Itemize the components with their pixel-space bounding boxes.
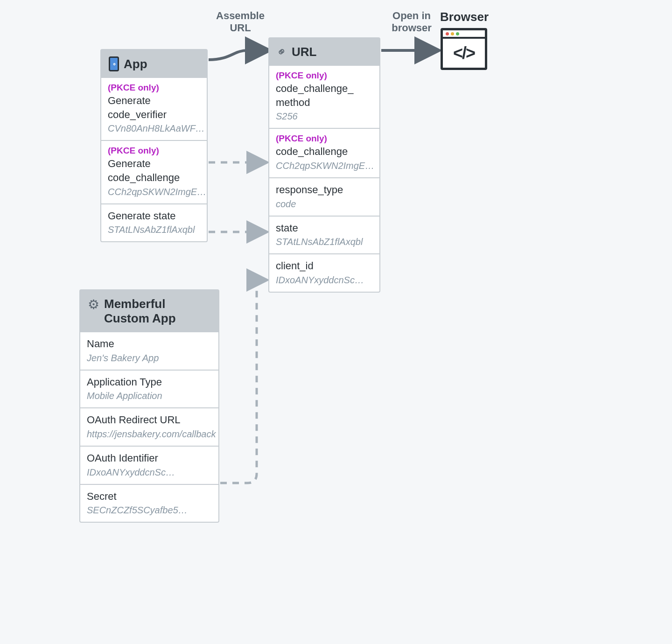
list-item: Generate stateSTAtLNsAbZ1flAxqbl (101, 203, 207, 242)
phone-icon (109, 56, 119, 71)
row-label: Secret (87, 490, 212, 504)
list-item: (PKCE only)code_challengeCCh2qpSKWN2ImgE… (269, 128, 379, 177)
row-label: OAuth Redirect URL (87, 413, 212, 427)
row-value: IDxoANYxyddcnSc… (87, 466, 212, 478)
row-value: code (276, 198, 373, 210)
list-item: NameJen's Bakery App (80, 332, 218, 370)
link-icon: ⚭ (273, 43, 291, 61)
list-item: response_typecode (269, 177, 379, 216)
pkce-tag: (PKCE only) (276, 70, 373, 81)
memberful-box: ⚙ Memberful Custom App NameJen's Bakery … (79, 289, 219, 523)
row-value: Mobile Application (87, 390, 212, 402)
memberful-title: Memberful Custom App (104, 297, 176, 326)
row-label: Generate code_challenge (108, 157, 200, 184)
row-value: SECnZCZf5SCyafbe5… (87, 504, 212, 516)
row-label: code_challenge (276, 145, 373, 159)
row-value: STAtLNsAbZ1flAxqbl (276, 236, 373, 248)
list-item: (PKCE only)code_challenge_ methodS256 (269, 66, 379, 128)
list-item: (PKCE only)Generate code_challengeCCh2qp… (101, 140, 207, 203)
row-label: code_challenge_ method (276, 82, 373, 109)
row-value: STAtLNsAbZ1flAxqbl (108, 224, 200, 236)
label-browser-title: Browser (436, 10, 492, 24)
row-value: CCh2qpSKWN2ImgE… (108, 186, 200, 198)
row-label: Generate code_verifier (108, 94, 200, 121)
row-label: OAuth Identifier (87, 451, 212, 465)
code-icon: </> (443, 39, 485, 68)
app-title: App (124, 57, 147, 71)
list-item: OAuth IdentifierIDxoANYxyddcnSc… (80, 446, 218, 484)
row-value: Jen's Bakery App (87, 352, 212, 364)
url-title: URL (292, 45, 316, 59)
row-label: Generate state (108, 209, 200, 223)
row-label: client_id (276, 259, 373, 273)
app-rows: (PKCE only)Generate code_verifierCVn80An… (101, 78, 207, 241)
list-item: Application TypeMobile Application (80, 370, 218, 408)
url-box: ⚭ URL (PKCE only)code_challenge_ methodS… (268, 37, 380, 293)
label-assemble-url: Assemble URL (212, 10, 268, 35)
label-open-in-browser: Open in browser (388, 10, 435, 35)
list-item: (PKCE only)Generate code_verifierCVn80An… (101, 78, 207, 140)
list-item: SecretSECnZCZf5SCyafbe5… (80, 484, 218, 522)
app-box: App (PKCE only)Generate code_verifierCVn… (100, 49, 208, 242)
row-label: Application Type (87, 375, 212, 389)
gear-icon: ⚙ (88, 297, 99, 312)
row-value: https://jensbakery.com/callback (87, 428, 212, 440)
row-label: response_type (276, 183, 373, 197)
row-value: CVn80AnH8LkAaWF… (108, 122, 200, 134)
row-label: Name (87, 337, 212, 351)
browser-illustration: </> (441, 28, 487, 70)
list-item: OAuth Redirect URLhttps://jensbakery.com… (80, 407, 218, 446)
list-item: client_idIDxoANYxyddcnSc… (269, 253, 379, 292)
row-value: IDxoANYxyddcnSc… (276, 274, 373, 286)
memberful-rows: NameJen's Bakery AppApplication TypeMobi… (80, 332, 218, 522)
list-item: stateSTAtLNsAbZ1flAxqbl (269, 216, 379, 254)
pkce-tag: (PKCE only) (108, 83, 200, 93)
pkce-tag: (PKCE only) (276, 133, 373, 144)
row-label: state (276, 221, 373, 235)
row-value: S256 (276, 110, 373, 122)
pkce-tag: (PKCE only) (108, 146, 200, 156)
row-value: CCh2qpSKWN2ImgE… (276, 160, 373, 172)
url-rows: (PKCE only)code_challenge_ methodS256(PK… (269, 66, 379, 292)
